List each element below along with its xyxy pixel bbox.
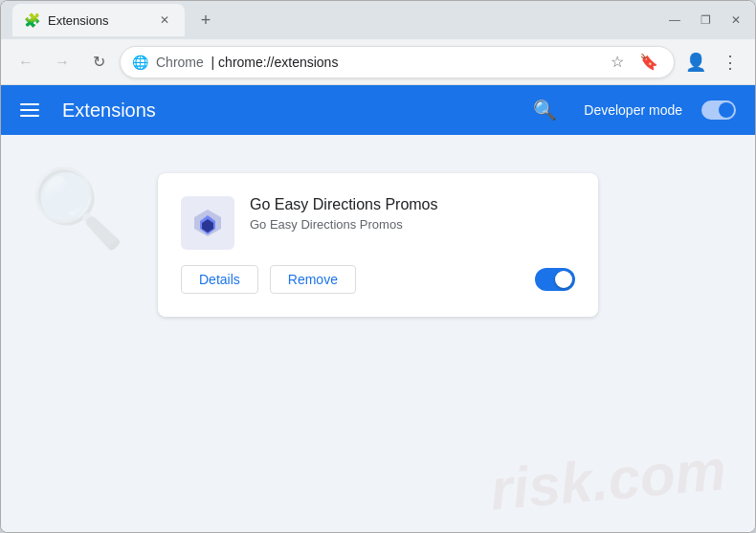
close-button[interactable]: ✕: [728, 13, 744, 27]
watermark-text: risk.com: [488, 436, 729, 522]
search-icon[interactable]: 🔍: [533, 99, 557, 122]
remove-button[interactable]: Remove: [270, 265, 356, 294]
maximize-button[interactable]: ❐: [698, 13, 713, 27]
menu-button[interactable]: ⋮: [715, 47, 745, 78]
browser-tab[interactable]: 🧩 Extensions ✕: [12, 4, 185, 36]
details-button[interactable]: Details: [181, 265, 258, 294]
nav-bar: ← → ↻ 🌐 Chrome | chrome://extensions ☆ 🔖…: [1, 39, 755, 85]
extensions-page-title: Extensions: [62, 100, 514, 122]
extension-enable-toggle[interactable]: [535, 268, 575, 291]
address-text: Chrome | chrome://extensions: [156, 55, 599, 70]
address-bar[interactable]: 🌐 Chrome | chrome://extensions ☆ 🔖: [120, 46, 675, 78]
extensions-tab-icon: 🧩: [24, 12, 40, 28]
extension-card-header: Go Easy Directions Promos Go Easy Direct…: [181, 196, 575, 250]
developer-mode-toggle-knob: [719, 102, 734, 118]
minimize-button[interactable]: —: [667, 13, 682, 27]
forward-icon: →: [55, 54, 70, 71]
hamburger-menu-button[interactable]: [20, 99, 43, 122]
address-url: chrome://extensions: [218, 55, 338, 70]
developer-mode-label: Developer mode: [584, 102, 682, 118]
reload-button[interactable]: ↻: [83, 47, 114, 78]
extension-info: Go Easy Directions Promos Go Easy Direct…: [250, 196, 575, 232]
extension-toggle-knob: [555, 271, 572, 288]
new-tab-button[interactable]: +: [192, 7, 219, 33]
content-area: 🔍 risk.com Go Easy Directions Promos Go …: [1, 135, 755, 532]
reload-icon: ↻: [93, 53, 105, 71]
reader-mode-icon: 🔖: [635, 49, 662, 75]
watermark-search-icon: 🔍: [30, 164, 125, 254]
tab-close-button[interactable]: ✕: [156, 11, 173, 29]
back-button[interactable]: ←: [11, 47, 41, 78]
bookmark-star-icon[interactable]: ☆: [607, 49, 628, 75]
security-icon: 🌐: [132, 55, 148, 70]
tab-title: Extensions: [48, 13, 148, 28]
extensions-header: Extensions 🔍 Developer mode: [1, 85, 755, 135]
extension-description: Go Easy Directions Promos: [250, 217, 575, 232]
site-name: Chrome: [156, 55, 204, 70]
developer-mode-toggle[interactable]: [701, 100, 736, 120]
window-controls: — ❐ ✕: [667, 13, 744, 27]
extension-logo: [181, 196, 234, 250]
profile-button[interactable]: 👤: [680, 47, 711, 78]
extension-card: Go Easy Directions Promos Go Easy Direct…: [158, 173, 598, 317]
extension-card-footer: Details Remove: [181, 265, 575, 294]
forward-button[interactable]: →: [47, 47, 78, 78]
browser-window: 🧩 Extensions ✕ + — ❐ ✕ ← → ↻ 🌐 Chrome | …: [0, 0, 756, 533]
extension-name: Go Easy Directions Promos: [250, 196, 575, 213]
nav-icons: 👤 ⋮: [680, 47, 745, 78]
back-icon: ←: [18, 54, 33, 71]
title-bar: 🧩 Extensions ✕ + — ❐ ✕: [1, 1, 755, 39]
